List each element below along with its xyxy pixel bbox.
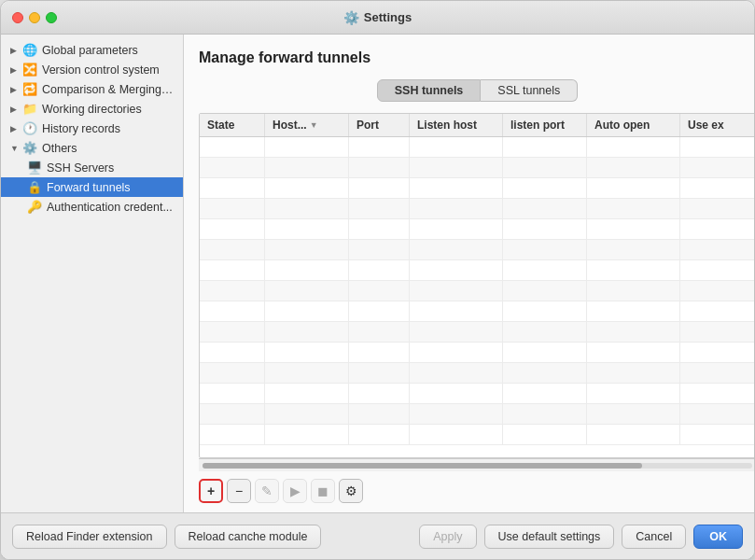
- table-row[interactable]: [200, 281, 754, 301]
- arrow-down-icon: ▼: [10, 144, 20, 153]
- table-row[interactable]: [200, 404, 754, 425]
- footer-right: Apply Use default settings Cancel OK: [419, 525, 743, 549]
- sidebar-item-ssh-servers[interactable]: 🖥️ SSH Servers: [1, 158, 183, 177]
- sort-icon: ▼: [310, 120, 318, 130]
- scrollbar-thumb[interactable]: [203, 463, 642, 469]
- table-body: [200, 137, 754, 455]
- horizontal-scrollbar[interactable]: [199, 458, 754, 471]
- plus-icon: +: [207, 483, 215, 498]
- sidebar-item-comparison-merging[interactable]: ▶ 🔁 Comparison & Merging t...: [1, 79, 183, 99]
- col-header-auto-open: Auto open: [587, 114, 680, 136]
- sidebar-item-version-control[interactable]: ▶ 🔀 Version control system: [1, 60, 183, 79]
- col-header-port: Port: [349, 114, 410, 136]
- table-row[interactable]: [200, 322, 754, 343]
- table-row[interactable]: [200, 219, 754, 240]
- run-button[interactable]: ▶: [283, 479, 307, 503]
- table-row[interactable]: [200, 301, 754, 322]
- col-header-host[interactable]: Host... ▼: [265, 114, 349, 136]
- sidebar-item-history-records[interactable]: ▶ 🕐 History records: [1, 119, 183, 138]
- key-icon: 🔑: [27, 200, 42, 214]
- table-row[interactable]: [200, 199, 754, 219]
- compare-icon: 🔁: [22, 82, 37, 96]
- stop-button[interactable]: ◼: [311, 479, 335, 503]
- traffic-lights: [12, 12, 57, 23]
- server-icon: 🖥️: [27, 161, 42, 175]
- sidebar-item-auth-credentials[interactable]: 🔑 Authentication credent...: [1, 197, 183, 217]
- table-row[interactable]: [200, 260, 754, 281]
- settings-button[interactable]: ⚙: [339, 479, 363, 503]
- vcs-icon: 🔀: [22, 63, 37, 77]
- scrollbar-track[interactable]: [203, 463, 752, 469]
- table-row[interactable]: [200, 178, 754, 199]
- toolbar: + − ✎ ▶ ◼ ⚙: [199, 471, 754, 512]
- footer: Reload Finder extension Reload canche mo…: [1, 512, 754, 559]
- minimize-button[interactable]: [29, 12, 40, 23]
- sidebar: ▶ 🌐 Global parameters ▶ 🔀 Version contro…: [1, 35, 184, 512]
- window-title: ⚙️ Settings: [343, 10, 412, 25]
- table-row[interactable]: [200, 137, 754, 158]
- gear-icon: ⚙: [345, 483, 357, 498]
- col-header-use-ex: Use ex: [680, 114, 754, 136]
- panel-title: Manage forward tunnels: [199, 49, 754, 66]
- col-header-listen-port: listen port: [503, 114, 587, 136]
- sidebar-item-others[interactable]: ▼ ⚙️ Others: [1, 138, 183, 158]
- reload-finder-button[interactable]: Reload Finder extension: [12, 525, 167, 549]
- tab-ssh-tunnels[interactable]: SSH tunnels: [377, 79, 482, 102]
- main-content: ▶ 🌐 Global parameters ▶ 🔀 Version contro…: [1, 35, 754, 512]
- table-row[interactable]: [200, 363, 754, 384]
- title-bar: ⚙️ Settings: [1, 1, 754, 35]
- edit-icon: ✎: [261, 483, 273, 498]
- arrow-icon: ▶: [10, 105, 20, 114]
- table-row[interactable]: [200, 343, 754, 363]
- add-button[interactable]: +: [199, 479, 223, 503]
- ok-button[interactable]: OK: [693, 525, 743, 549]
- table-row[interactable]: [200, 158, 754, 178]
- history-icon: 🕐: [22, 121, 37, 135]
- apply-button[interactable]: Apply: [419, 525, 476, 549]
- settings-icon: ⚙️: [343, 10, 359, 25]
- arrow-icon: ▶: [10, 46, 20, 55]
- maximize-button[interactable]: [46, 12, 57, 23]
- globe-icon: 🌐: [22, 43, 37, 57]
- settings-window: ⚙️ Settings ▶ 🌐 Global parameters ▶ 🔀 Ve…: [0, 0, 755, 560]
- cancel-button[interactable]: Cancel: [622, 525, 686, 549]
- right-panel: Manage forward tunnels SSH tunnels SSL t…: [184, 35, 754, 512]
- col-header-listen-host: Listen host: [410, 114, 503, 136]
- table-row[interactable]: [200, 425, 754, 445]
- reload-cache-button[interactable]: Reload canche module: [175, 525, 322, 549]
- table-row[interactable]: [200, 240, 754, 260]
- tunnel-icon: 🔒: [27, 180, 42, 194]
- sidebar-item-forward-tunnels[interactable]: 🔒 Forward tunnels: [1, 177, 183, 197]
- arrow-icon: ▶: [10, 124, 20, 133]
- col-header-state: State: [200, 114, 265, 136]
- edit-button[interactable]: ✎: [255, 479, 279, 503]
- others-icon: ⚙️: [22, 141, 37, 155]
- arrow-icon: ▶: [10, 65, 20, 75]
- close-button[interactable]: [12, 12, 23, 23]
- sidebar-item-global-params[interactable]: ▶ 🌐 Global parameters: [1, 40, 183, 60]
- tab-bar: SSH tunnels SSL tunnels: [199, 79, 754, 102]
- tab-ssl-tunnels[interactable]: SSL tunnels: [481, 79, 578, 102]
- stop-icon: ◼: [317, 483, 329, 498]
- play-icon: ▶: [290, 483, 301, 498]
- remove-button[interactable]: −: [227, 479, 251, 503]
- arrow-icon: ▶: [10, 85, 20, 94]
- minus-icon: −: [235, 483, 243, 498]
- table-header: State Host... ▼ Port Listen host listen …: [200, 114, 754, 137]
- use-defaults-button[interactable]: Use default settings: [484, 525, 615, 549]
- tunnels-table: State Host... ▼ Port Listen host listen …: [199, 113, 754, 458]
- sidebar-item-working-dirs[interactable]: ▶ 📁 Working directories: [1, 99, 183, 119]
- table-row[interactable]: [200, 384, 754, 404]
- folder-icon: 📁: [22, 102, 37, 116]
